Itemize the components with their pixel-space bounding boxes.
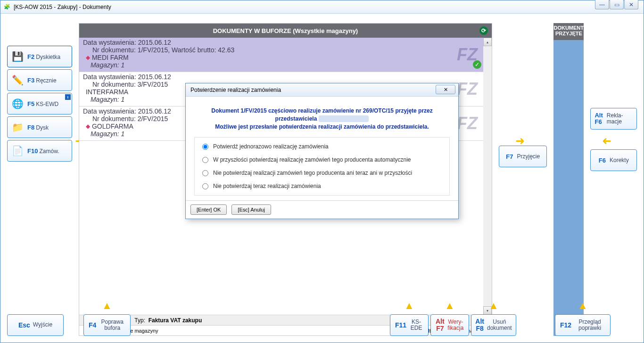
tag-icon: ◆ bbox=[86, 54, 90, 61]
arrow-up-icon: ▲ bbox=[578, 300, 588, 312]
close-button[interactable]: ✕ bbox=[624, 0, 638, 9]
dialog-ok-button[interactable]: [Enter] OK bbox=[190, 204, 227, 215]
option-auto-future[interactable]: W przyszłości potwierdzaj realizację zam… bbox=[202, 156, 442, 163]
window-controls: — ▭ ✕ bbox=[595, 0, 638, 9]
dialog-options: Potwierdź jednorazowo realizację zamówie… bbox=[194, 137, 450, 196]
right-actions: AltF6 Rekla- macje F6 Korekty bbox=[590, 23, 637, 336]
pen-icon: ✏️ bbox=[11, 74, 24, 86]
f2-dyskietka-button[interactable]: 💾 F2 Dyskietka bbox=[7, 46, 72, 67]
info-badge-icon: i bbox=[65, 94, 71, 100]
f8-dysk-button[interactable]: 📁 F8 Dysk bbox=[7, 116, 72, 138]
esc-wyjscie-button[interactable]: EscWyjście bbox=[7, 314, 64, 336]
option-confirm-once[interactable]: Potwierdź jednorazowo realizację zamówie… bbox=[202, 143, 442, 150]
dialog-message: Dokument 1/FV/2015 częściowo realizuje z… bbox=[194, 102, 450, 137]
altf7-weryfikacja-button[interactable]: ▲ AltF7Wery- fikacja bbox=[430, 314, 469, 336]
f6-korekty-button[interactable]: F6 Korekty bbox=[590, 149, 637, 171]
arrow-up-icon: ▲ bbox=[488, 300, 499, 312]
arrow-up-icon: ▲ bbox=[445, 300, 455, 312]
left-sidebar: 💾 F2 Dyskietka ✏️ F3 Ręcznie 🌐 F5 KS-EWD… bbox=[7, 23, 72, 336]
globe-icon: 🌐 bbox=[11, 98, 24, 110]
f12-przeglad-button[interactable]: ▲ F12Przegląd poprawki bbox=[555, 314, 611, 336]
dialog-close-button[interactable]: ✕ bbox=[436, 85, 455, 94]
dialog-footer: [Enter] OK [Esc] Anuluj bbox=[186, 200, 458, 219]
dialog-body: Dokument 1/FV/2015 częściowo realizuje z… bbox=[186, 97, 458, 200]
doc-type-badge: FZ bbox=[457, 114, 478, 133]
accept-actions: F7 Przyjęcie bbox=[499, 23, 547, 336]
minimize-button[interactable]: — bbox=[595, 0, 609, 9]
f7-przyjecie-button[interactable]: F7 Przyjęcie bbox=[499, 146, 547, 167]
altf8-usun-button[interactable]: ▲ AltF8Usuń dokument bbox=[471, 314, 516, 336]
doc-type-badge: FZ bbox=[457, 79, 478, 99]
scrollbar[interactable]: ▴ ▾ bbox=[483, 38, 492, 315]
f3-recznie-button[interactable]: ✏️ F3 Ręcznie bbox=[7, 69, 72, 91]
f10-zamow-button[interactable]: 📄 F10 Zamów. bbox=[7, 140, 72, 162]
confirm-dialog: Potwierdzenie realizacji zamówienia ✕ Do… bbox=[185, 83, 459, 219]
scroll-up-icon[interactable]: ▴ bbox=[483, 38, 492, 46]
app-icon: 🧩 bbox=[3, 3, 11, 11]
maximize-button[interactable]: ▭ bbox=[610, 0, 624, 9]
f11-ksede-button[interactable]: ▲ F11KS-EDE bbox=[390, 314, 429, 336]
buffer-header: DOKUMENTY W BUFORZE (Wszystkie magazyny)… bbox=[79, 24, 492, 38]
option-never[interactable]: Nie potwierdzaj realizacji zamówień tego… bbox=[202, 170, 442, 176]
document-row[interactable]: Data wystawienia: 2015.06.12 Nr dokument… bbox=[79, 38, 483, 72]
altf6-reklamacje-button[interactable]: AltF6 Rekla- macje bbox=[590, 108, 637, 130]
titlebar: 🧩 [KS-AOW 2015 - Zakupy] - Dokumenty bbox=[0, 0, 644, 14]
accepted-panel: DOKUMENTY PRZYJĘTE bbox=[553, 23, 584, 336]
floppy-icon: 💾 bbox=[11, 50, 24, 63]
tag-icon: ◆ bbox=[86, 123, 90, 130]
bottom-toolbar: EscWyjście ▲ F4Poprawa bufora ▲ F11KS-ED… bbox=[7, 310, 637, 336]
dialog-title: Potwierdzenie realizacji zamówienia ✕ bbox=[186, 83, 458, 97]
accepted-header: DOKUMENTY PRZYJĘTE bbox=[553, 23, 584, 40]
arrow-up-icon: ▲ bbox=[102, 300, 112, 312]
dialog-cancel-button[interactable]: [Esc] Anuluj bbox=[231, 204, 271, 215]
document-icon: 📄 bbox=[11, 145, 24, 157]
option-not-now[interactable]: Nie potwierdzaj teraz realizacji zamówie… bbox=[202, 183, 442, 189]
folder-icon: 📁 bbox=[11, 121, 24, 133]
window-title: [KS-AOW 2015 - Zakupy] - Dokumenty bbox=[14, 4, 641, 10]
f5-ksewd-button[interactable]: 🌐 F5 KS-EWD i bbox=[7, 93, 72, 114]
check-icon: ✓ bbox=[473, 60, 481, 69]
f4-poprawa-button[interactable]: ▲ F4Poprawa bufora bbox=[83, 314, 131, 336]
refresh-icon[interactable]: ⟳ bbox=[479, 26, 488, 35]
arrow-up-icon: ▲ bbox=[404, 300, 414, 312]
